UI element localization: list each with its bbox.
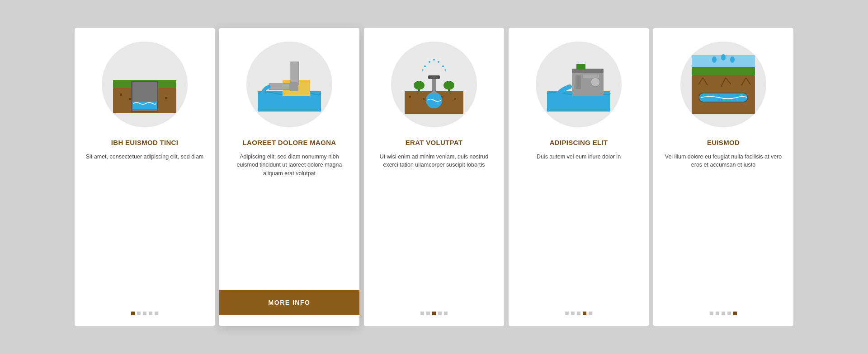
card-dots-5 (710, 312, 737, 315)
svg-rect-7 (165, 97, 167, 99)
more-info-button[interactable]: MORE INFO (219, 290, 359, 315)
card-icon-circle-3 (391, 42, 477, 127)
dot-2[interactable] (137, 312, 141, 315)
dot-5[interactable] (155, 312, 158, 315)
svg-rect-55 (699, 93, 747, 102)
svg-rect-17 (409, 96, 411, 98)
card-title-1: IBH EUISMOD TINCI (111, 138, 178, 147)
dot-3[interactable] (143, 312, 146, 315)
dot-4[interactable] (727, 312, 731, 315)
svg-point-26 (433, 59, 435, 61)
card-1: IBH EUISMOD TINCISit amet, consectetuer … (75, 28, 215, 326)
card-title-5: EUISMOD (707, 138, 740, 147)
cards-container: IBH EUISMOD TINCISit amet, consectetuer … (0, 10, 868, 344)
card-2: LAOREET DOLORE MAGNAAdipiscing elit, sed… (219, 28, 359, 326)
dot-4[interactable] (438, 312, 442, 315)
card-icon-circle-1 (102, 42, 188, 127)
card-body-3: Ut wisi enim ad minim veniam, quis nostr… (375, 153, 493, 303)
svg-rect-2 (120, 93, 122, 96)
svg-rect-38 (576, 64, 585, 70)
dot-1[interactable] (565, 312, 569, 315)
dot-3[interactable] (432, 312, 436, 315)
card-dots-4 (565, 312, 592, 315)
dot-1[interactable] (131, 312, 135, 315)
dot-2[interactable] (716, 312, 719, 315)
dot-1[interactable] (710, 312, 713, 315)
svg-point-24 (424, 65, 426, 67)
card-icon-circle-4 (536, 42, 622, 127)
card-body-4: Duis autem vel eum iriure dolor in (537, 153, 621, 303)
svg-point-45 (730, 56, 735, 63)
dot-3[interactable] (577, 312, 580, 315)
svg-point-28 (442, 65, 444, 67)
dot-4[interactable] (583, 312, 586, 315)
svg-rect-40 (583, 75, 599, 78)
svg-rect-34 (448, 88, 450, 93)
card-title-4: ADIPISCING ELIT (550, 138, 608, 147)
card-5: EUISMODVel illum dolore eu feugiat nulla… (653, 28, 793, 326)
svg-point-25 (429, 61, 430, 63)
dot-2[interactable] (571, 312, 575, 315)
card-4: ADIPISCING ELITDuis autem vel eum iriure… (509, 28, 649, 326)
card-title-3: ERAT VOLUTPAT (406, 138, 462, 147)
svg-rect-23 (428, 75, 440, 79)
svg-rect-13 (291, 62, 299, 84)
svg-point-30 (445, 70, 446, 71)
svg-rect-22 (432, 78, 436, 93)
card-body-2: Adipiscing elit, sed diam nonummy nibh e… (230, 153, 349, 281)
svg-point-43 (712, 56, 717, 63)
svg-rect-32 (418, 88, 420, 93)
svg-rect-39 (576, 75, 581, 89)
dot-4[interactable] (149, 312, 152, 315)
svg-rect-46 (692, 67, 755, 75)
card-title-2: LAOREET DOLORE MAGNA (243, 138, 336, 147)
dot-2[interactable] (426, 312, 430, 315)
svg-point-41 (591, 78, 600, 87)
dot-5[interactable] (589, 312, 592, 315)
card-body-5: Vel illum dolore eu feugiat nulla facili… (664, 153, 783, 303)
svg-point-29 (422, 70, 424, 71)
card-body-1: Sit amet, consectetuer adipiscing elit, … (86, 153, 204, 303)
dot-5[interactable] (444, 312, 448, 315)
svg-rect-20 (454, 98, 456, 100)
card-icon-circle-2 (246, 42, 332, 127)
dot-3[interactable] (722, 312, 725, 315)
dot-5[interactable] (733, 312, 737, 315)
svg-rect-15 (289, 82, 298, 91)
card-dots-1 (131, 312, 158, 315)
svg-point-27 (438, 61, 439, 63)
card-icon-circle-5 (680, 42, 766, 127)
card-dots-3 (420, 312, 448, 315)
svg-rect-18 (423, 98, 425, 100)
dot-1[interactable] (420, 312, 424, 315)
svg-rect-3 (129, 98, 131, 100)
card-3: ERAT VOLUTPATUt wisi enim ad minim venia… (364, 28, 504, 326)
svg-point-44 (721, 54, 726, 61)
